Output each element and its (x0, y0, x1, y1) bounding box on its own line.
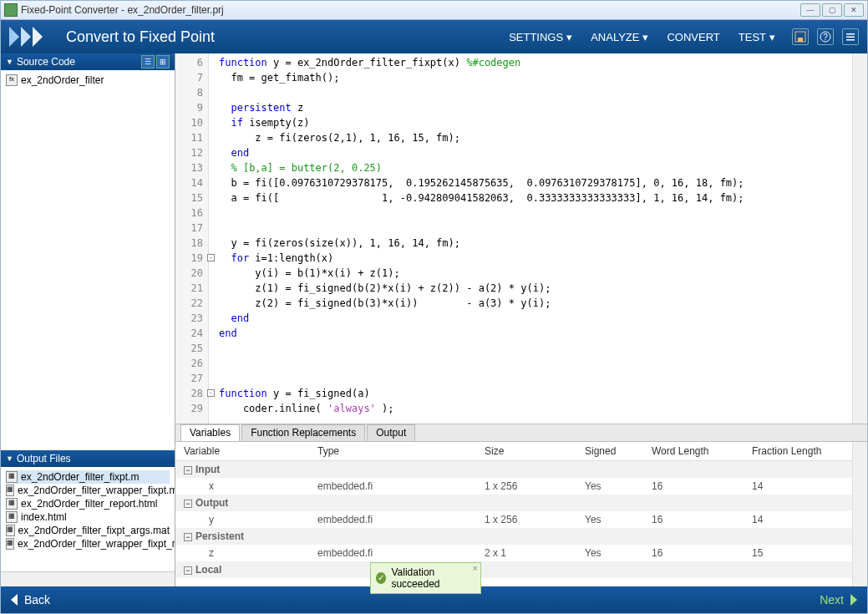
svg-rect-6 (846, 39, 855, 41)
bottom-tabs: Variables Function Replacements Output (175, 424, 867, 442)
vertical-scrollbar[interactable] (852, 442, 867, 586)
maximize-button[interactable]: ▢ (822, 3, 842, 17)
svg-text:?: ? (823, 33, 828, 42)
menu-convert[interactable]: CONVERT (667, 31, 719, 43)
back-button[interactable]: Back (9, 593, 50, 606)
list-view-icon[interactable]: ☰ (141, 55, 155, 69)
next-button[interactable]: Next (820, 593, 859, 606)
window-title: Fixed-Point Converter - ex_2ndOrder_filt… (21, 4, 797, 16)
app-icon (4, 3, 18, 17)
success-icon: ✓ (376, 572, 386, 584)
menu-settings[interactable]: SETTINGS ▾ (509, 31, 572, 43)
tree-item[interactable]: ▦ex_2ndOrder_filter_fixpt_args.mat (6, 524, 170, 537)
tab-variables[interactable]: Variables (180, 424, 240, 441)
tab-function-replacements[interactable]: Function Replacements (241, 424, 365, 441)
col-variable[interactable]: Variable (175, 442, 309, 461)
tree-item[interactable]: fxex_2ndOrder_filter (6, 74, 170, 87)
fold-icon[interactable]: - (207, 254, 215, 261)
file-icon: ▦ (6, 525, 15, 536)
tree-view-icon[interactable]: ⊞ (156, 55, 170, 69)
tree-item[interactable]: ▦ex_2ndOrder_filter_report.html (6, 497, 170, 510)
tree-item[interactable]: ▦ex_2ndOrder_filter_wrapper_fixpt.m (6, 484, 170, 497)
line-gutter: 678910111213141516171819-202122232425262… (175, 53, 209, 424)
file-icon: ▦ (6, 471, 18, 483)
source-code-header[interactable]: ▼ Source Code ☰ ⊞ (1, 53, 175, 70)
table-row[interactable]: zembedded.fi2 x 1Yes1615 (175, 545, 852, 561)
svg-rect-4 (846, 33, 855, 35)
collapse-icon[interactable]: − (184, 533, 192, 541)
output-tree: ▦ex_2ndOrder_filter_fixpt.m▦ex_2ndOrder_… (1, 467, 175, 571)
file-icon: fx (6, 74, 18, 86)
collapse-icon: ▼ (6, 454, 13, 463)
source-tree: fxex_2ndOrder_filter (1, 70, 175, 450)
col-size[interactable]: Size (476, 442, 576, 461)
col-fraction-length[interactable]: Fraction Length (744, 442, 852, 461)
file-icon: ▦ (6, 511, 18, 523)
collapse-icon: ▼ (6, 58, 13, 66)
table-row[interactable]: yembedded.fi1 x 256Yes1614 (175, 511, 852, 528)
validation-toast: ✓ Validation succeeded × (370, 562, 481, 594)
file-icon: ▦ (6, 485, 14, 496)
file-icon: ▦ (6, 498, 18, 510)
svg-rect-1 (798, 38, 803, 42)
menu-analyze[interactable]: ANALYZE ▾ (591, 31, 648, 43)
col-signed[interactable]: Signed (576, 442, 643, 461)
menu-test[interactable]: TEST ▾ (739, 31, 775, 43)
vertical-scrollbar[interactable] (852, 53, 867, 424)
section-row[interactable]: −Persistent (175, 528, 852, 545)
close-button[interactable]: ✕ (844, 3, 864, 17)
horizontal-scrollbar[interactable] (1, 571, 175, 586)
page-title: Convert to Fixed Point (66, 28, 509, 46)
section-row[interactable]: −Local (175, 561, 852, 578)
help-icon[interactable]: ? (817, 28, 834, 45)
section-row[interactable]: −Input (175, 461, 852, 479)
toast-text: Validation succeeded (391, 566, 475, 590)
collapse-icon[interactable]: − (184, 466, 192, 474)
svg-rect-5 (846, 37, 855, 38)
fold-icon[interactable]: - (207, 389, 215, 397)
menu-icon[interactable] (842, 28, 859, 45)
tree-item[interactable]: ▦ex_2ndOrder_filter_wrapper_fixpt_mex (6, 537, 170, 551)
collapse-icon[interactable]: − (184, 500, 192, 508)
col-type[interactable]: Type (309, 442, 476, 461)
tab-output[interactable]: Output (367, 424, 415, 441)
output-files-header[interactable]: ▼ Output Files (1, 450, 175, 467)
toolbar: Convert to Fixed Point SETTINGS ▾ ANALYZ… (1, 20, 867, 53)
titlebar: Fixed-Point Converter - ex_2ndOrder_filt… (1, 1, 867, 20)
save-icon[interactable] (792, 28, 809, 45)
chevron-right-icon (849, 594, 859, 606)
file-icon: ▦ (6, 538, 14, 550)
variables-table: Variable Type Size Signed Word Length Fr… (175, 442, 852, 586)
col-word-length[interactable]: Word Length (643, 442, 744, 461)
toast-close-button[interactable]: × (473, 563, 478, 573)
collapse-icon[interactable]: − (184, 566, 192, 575)
code-editor[interactable]: function y = ex_2ndOrder_filter_fixpt(x)… (209, 53, 852, 424)
section-row[interactable]: −Output (175, 495, 852, 511)
tree-item[interactable]: ▦index.html (6, 510, 170, 524)
table-row[interactable]: xembedded.fi1 x 256Yes1614 (175, 478, 852, 495)
chevron-left-icon (9, 594, 19, 606)
tree-item[interactable]: ▦ex_2ndOrder_filter_fixpt.m (6, 470, 170, 484)
minimize-button[interactable]: — (800, 3, 820, 17)
chevrons-icon (9, 27, 54, 47)
